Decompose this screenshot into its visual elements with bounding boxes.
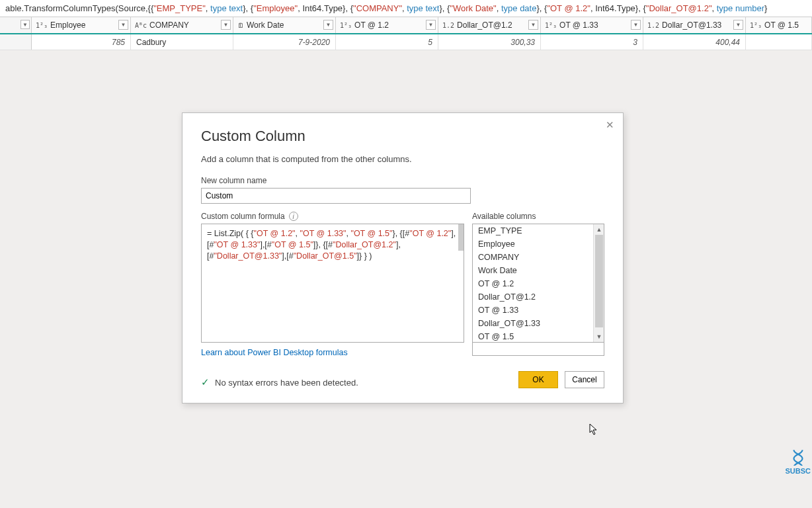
col-dollar133[interactable]: 1.2Dollar_OT@1.33▼ bbox=[643, 17, 746, 33]
col-ot15[interactable]: 1²₃OT @ 1.5 bbox=[746, 17, 812, 33]
watermark: SUBSC bbox=[785, 448, 811, 475]
col-workdate[interactable]: 🗓Work Date▼ bbox=[233, 17, 336, 33]
table-row[interactable]: 785 Cadbury 7-9-2020 5 300,33 3 400,44 bbox=[0, 34, 812, 50]
cell-ot15[interactable] bbox=[746, 34, 812, 50]
col-company[interactable]: AᴮcCOMPANY▼ bbox=[131, 17, 233, 33]
cell-ot12[interactable]: 5 bbox=[336, 34, 438, 50]
type-icon: 1.2 bbox=[442, 22, 454, 29]
filter-icon[interactable]: ▼ bbox=[528, 20, 538, 30]
col-label: OT @ 1.2 bbox=[354, 21, 389, 30]
close-icon[interactable]: ✕ bbox=[603, 118, 616, 132]
cell-ot133[interactable]: 3 bbox=[541, 34, 643, 50]
type-icon: 1²₃ bbox=[545, 22, 557, 29]
formula-label: Custom column formula bbox=[201, 212, 285, 221]
col-label: COMPANY bbox=[149, 21, 189, 30]
row-number bbox=[0, 34, 32, 50]
column-name-input[interactable] bbox=[201, 188, 471, 204]
data-table: ▼ 1²₃Employee▼ AᴮcCOMPANY▼ 🗓Work Date▼ 1… bbox=[0, 17, 812, 50]
col-label: Employee bbox=[50, 21, 85, 30]
cell-company[interactable]: Cadbury bbox=[131, 34, 233, 50]
type-icon: 1²₃ bbox=[36, 22, 48, 29]
list-item[interactable]: Dollar_OT@1.2 bbox=[473, 290, 604, 304]
type-icon: 1²₃ bbox=[750, 22, 762, 29]
custom-column-dialog: ✕ Custom Column Add a column that is com… bbox=[182, 112, 624, 403]
available-label: Available columns bbox=[472, 212, 604, 221]
filter-icon[interactable]: ▼ bbox=[426, 20, 436, 30]
info-icon[interactable]: i bbox=[289, 212, 298, 221]
available-columns-list: EMP_TYPE Employee COMPANY Work Date OT @… bbox=[472, 224, 604, 343]
filter-icon[interactable]: ▼ bbox=[733, 20, 743, 30]
col-label: OT @ 1.5 bbox=[764, 21, 799, 30]
learn-link[interactable]: Learn about Power BI Desktop formulas bbox=[201, 348, 348, 357]
filter-icon[interactable]: ▼ bbox=[631, 20, 641, 30]
row-header[interactable]: ▼ bbox=[0, 17, 32, 33]
cancel-button[interactable]: Cancel bbox=[565, 371, 604, 388]
col-ot12[interactable]: 1²₃OT @ 1.2▼ bbox=[336, 17, 438, 33]
ok-button[interactable]: OK bbox=[518, 371, 558, 388]
cell-employee[interactable]: 785 bbox=[32, 34, 131, 50]
list-item[interactable]: OT @ 1.5 bbox=[473, 330, 604, 343]
type-icon: 1.2 bbox=[647, 22, 659, 29]
insert-button-stub[interactable] bbox=[472, 343, 604, 356]
status-text: No syntax errors have been detected. bbox=[215, 378, 358, 388]
check-icon: ✓ bbox=[201, 376, 210, 388]
list-item[interactable]: OT @ 1.33 bbox=[473, 304, 604, 317]
cell-dollar133[interactable]: 400,44 bbox=[643, 34, 746, 50]
filter-icon[interactable]: ▼ bbox=[118, 20, 128, 30]
col-label: Dollar_OT@1.2 bbox=[457, 21, 512, 30]
type-icon: 1²₃ bbox=[340, 22, 352, 29]
list-item[interactable]: Employee bbox=[473, 237, 604, 251]
col-employee[interactable]: 1²₃Employee▼ bbox=[32, 17, 131, 33]
scroll-up-icon[interactable]: ▲ bbox=[594, 224, 604, 235]
cursor-icon bbox=[589, 423, 598, 438]
formula-scrollbar[interactable] bbox=[458, 224, 464, 251]
dna-icon bbox=[790, 448, 807, 466]
name-label: New column name bbox=[201, 176, 604, 185]
list-item[interactable]: Work Date bbox=[473, 264, 604, 277]
formula-input[interactable]: = List.Zip( { {"OT @ 1.2", "OT @ 1.33", … bbox=[201, 224, 464, 343]
scroll-thumb[interactable] bbox=[595, 235, 603, 327]
list-item[interactable]: Dollar_OT@1.33 bbox=[473, 317, 604, 330]
list-scrollbar[interactable]: ▲ ▼ bbox=[593, 224, 604, 342]
type-icon: Aᴮc bbox=[135, 22, 147, 29]
filter-icon[interactable]: ▼ bbox=[221, 20, 231, 30]
dialog-title: Custom Column bbox=[201, 128, 604, 145]
table-header-row: ▼ 1²₃Employee▼ AᴮcCOMPANY▼ 🗓Work Date▼ 1… bbox=[0, 17, 812, 34]
col-ot133[interactable]: 1²₃OT @ 1.33▼ bbox=[541, 17, 643, 33]
col-label: Work Date bbox=[247, 21, 284, 30]
cell-dollar12[interactable]: 300,33 bbox=[438, 34, 541, 50]
col-label: OT @ 1.33 bbox=[559, 21, 598, 30]
list-item[interactable]: COMPANY bbox=[473, 251, 604, 264]
scroll-down-icon[interactable]: ▼ bbox=[594, 331, 604, 342]
rowhead-dropdown-icon[interactable]: ▼ bbox=[20, 20, 30, 29]
col-label: Dollar_OT@1.33 bbox=[662, 21, 721, 30]
formula-bar[interactable]: able.TransformColumnTypes(Source,{{"EMP_… bbox=[0, 0, 812, 17]
list-item[interactable]: EMP_TYPE bbox=[473, 224, 604, 237]
cell-workdate[interactable]: 7-9-2020 bbox=[233, 34, 336, 50]
list-item[interactable]: OT @ 1.2 bbox=[473, 277, 604, 290]
type-icon: 🗓 bbox=[237, 22, 244, 29]
dialog-subtitle: Add a column that is computed from the o… bbox=[201, 154, 604, 164]
col-dollar12[interactable]: 1.2Dollar_OT@1.2▼ bbox=[438, 17, 541, 33]
filter-icon[interactable]: ▼ bbox=[323, 20, 333, 30]
